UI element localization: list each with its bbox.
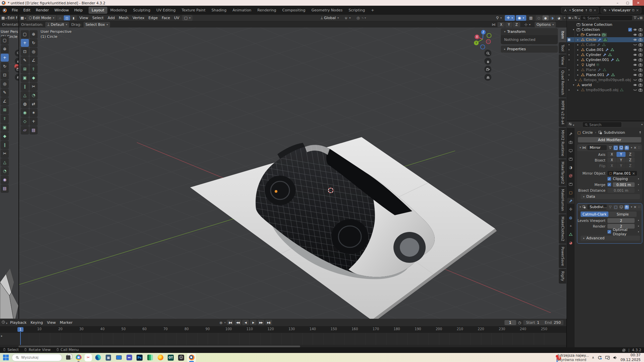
realtime-display-icon[interactable] [619, 205, 623, 209]
tool-shear[interactable]: ▱ [21, 126, 29, 134]
topbar-menu[interactable]: File [9, 7, 20, 13]
outliner-row-scene-collection[interactable]: Scene Collection [567, 22, 644, 27]
tool-cursor[interactable]: ⊕ [30, 30, 38, 38]
topbar-menu[interactable]: Window [52, 7, 71, 13]
edit-mode-display-icon[interactable]: ▢ [613, 205, 618, 209]
light-data-icon[interactable]: ☉ [596, 63, 599, 67]
modifier-wrench-icon[interactable] [605, 48, 609, 52]
n-panel-tab[interactable]: MHX2 Runtime [559, 128, 566, 159]
delete-modifier-icon[interactable]: × [634, 145, 637, 150]
clear-object-icon[interactable]: × [632, 171, 635, 176]
drag-handle-icon[interactable]: ∷ [638, 145, 640, 150]
tool-bevel[interactable]: ◆ [1, 132, 9, 140]
render-visibility-icon[interactable] [638, 73, 643, 77]
outliner-search-input[interactable] [587, 16, 630, 20]
editor-type-icon[interactable]: ▦▾ [1, 16, 7, 20]
render-visibility-icon[interactable] [638, 78, 643, 82]
new-scene-icon[interactable]: ⧉ [589, 8, 592, 12]
tool-loop-cut[interactable]: ∥ [21, 82, 29, 90]
outliner-row-cube-001[interactable]: ▸ Cube.001 [567, 47, 644, 52]
sync-icon[interactable] [597, 355, 602, 360]
pan-hand-icon[interactable] [15, 58, 18, 65]
taskbar-search[interactable] [12, 354, 62, 361]
navigation-axis-gizmo[interactable]: Z X Y [472, 28, 493, 50]
start-frame-field[interactable]: 1 [537, 320, 539, 325]
snap-base-dropdown[interactable]: ⊹▾ [522, 22, 532, 27]
bisect-x-button[interactable]: X [607, 158, 616, 163]
outliner-row-cylinder-001[interactable]: ▸ Cylinder.001 [567, 57, 644, 62]
breadcrumb-modifier[interactable]: Subdivision [604, 130, 625, 135]
workspace-tab[interactable]: Modeling [107, 7, 130, 14]
outliner-row-cube[interactable]: ▸ Cube [567, 42, 644, 47]
tab-constraints[interactable]: ⌖ [567, 223, 574, 229]
tool-add-cube[interactable]: ⊞ [21, 65, 29, 73]
n-panel-tab[interactable]: PowerSave [559, 244, 566, 268]
teams-icon[interactable]: ⦁⦁ [125, 353, 133, 362]
tool-loop-cut[interactable]: ∥ [1, 141, 9, 149]
overlays-toggle-icon[interactable]: ◉▾ [516, 15, 526, 21]
simple-button[interactable]: Simple [609, 212, 637, 217]
start-button[interactable] [1, 353, 10, 362]
vertex-select-icon[interactable]: ∴ [57, 15, 63, 20]
workspace-tab[interactable]: Geometry Nodes [308, 7, 345, 14]
topbar-menu[interactable]: Render [33, 7, 52, 13]
merge-checkbox[interactable]: ✓ [607, 183, 611, 186]
outliner-row-light[interactable]: ▸ Light ☉ [567, 62, 644, 67]
channel-expand-icon[interactable]: ▸ [1, 334, 3, 338]
drag-dropdown[interactable]: Select Box▾ [84, 22, 110, 27]
tool-scale[interactable]: ⊡ [1, 71, 9, 79]
tab-material[interactable]: ◕ [567, 240, 574, 246]
taskbar-search-input[interactable] [21, 355, 58, 360]
outliner-row-tmp-obj[interactable]: ▸ tmp8s09pue8.obj [567, 87, 644, 93]
mirror-z-toggle[interactable]: Z [513, 22, 520, 27]
eye-closed-icon[interactable] [633, 78, 637, 82]
ortho-toggle-icon[interactable] [484, 74, 491, 81]
eye-icon[interactable] [633, 53, 637, 57]
edge-select-icon[interactable]: ◫ [64, 15, 70, 20]
merge-value-field[interactable]: 0.001 m [613, 182, 635, 187]
transform-panel-header[interactable]: ▾Transform [501, 28, 558, 35]
tool-move[interactable]: + [21, 39, 29, 47]
mirror-object-field[interactable]: ▢ Plane.001 × [607, 171, 637, 176]
blender-menu-icon[interactable] [3, 8, 7, 12]
options-dropdown[interactable]: Options▾ [535, 22, 556, 27]
expand-icon[interactable]: ▾ [580, 205, 581, 208]
timeline-menu[interactable]: View [45, 320, 58, 325]
snap-magnet-icon[interactable]: ∪▾ [343, 15, 353, 21]
outliner-row-world[interactable]: ▾ world [567, 82, 644, 87]
render-visibility-icon[interactable] [638, 63, 643, 67]
viewport-menu[interactable]: View [77, 15, 90, 21]
tool-extrude[interactable]: ⇧ [30, 65, 38, 73]
zoom-icon[interactable] [484, 50, 491, 57]
viewport-menu[interactable]: Edge [147, 15, 160, 21]
tool-snap[interactable]: + [30, 117, 38, 125]
tool-annotate[interactable]: ✎ [1, 88, 9, 97]
firefox-icon[interactable] [156, 353, 165, 362]
prev-keyframe-button[interactable]: ◀◀ [234, 320, 241, 325]
viewport-canvas[interactable]: User Perspective (1) Circle ▢⊕+↻⊡◎✎∠⊞⇧▣◆… [19, 27, 567, 319]
viewport-narrow-canvas[interactable]: User Perspective (1) Circle ▢⊕+↻⊡◎✎∠⊞⇧▣◆… [0, 27, 18, 319]
maximize-button[interactable]: ▢ [623, 0, 633, 6]
tool-rotate[interactable]: ↻ [30, 39, 38, 47]
bisect-y-button[interactable]: Y [616, 158, 625, 163]
render-visibility-icon[interactable] [638, 38, 643, 42]
n-panel-tab[interactable]: MakeClothes2 [559, 214, 566, 244]
tool-knife[interactable]: ✂ [1, 149, 9, 158]
timeline-menu[interactable]: Keying [29, 320, 45, 325]
outliner-row-collection[interactable]: ▾ Collection ✓ [567, 27, 644, 32]
workspace-tab[interactable]: UV Editing [153, 7, 178, 14]
editor-type-icon[interactable]: ▾ [568, 122, 574, 127]
jump-to-end-button[interactable]: ▶▮ [265, 320, 272, 325]
face-select-icon[interactable]: ▮ [70, 15, 77, 20]
modifier-wrench-icon[interactable] [605, 73, 610, 77]
tool-add-cube[interactable]: ⊞ [1, 106, 9, 114]
outliner-funnel-icon[interactable]: ▾ [633, 16, 639, 20]
modifier-wrench-icon[interactable] [602, 53, 607, 57]
n-panel-tab[interactable]: MPFB v2.0-a4 [559, 98, 566, 127]
n-panel-tab[interactable]: MakeTarget2 [559, 159, 566, 186]
extras-dropdown-icon[interactable]: ▾ [631, 205, 632, 208]
mesh-badge-icon[interactable] [611, 73, 615, 77]
flip-z-button[interactable]: Z [626, 163, 635, 168]
render-visibility-icon[interactable] [638, 53, 643, 57]
viewport-menu[interactable]: Mesh [117, 15, 130, 21]
